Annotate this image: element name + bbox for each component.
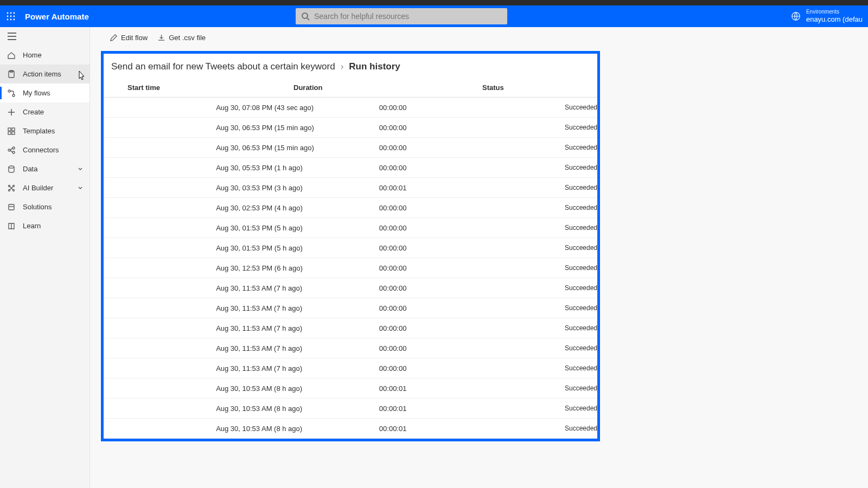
cell-status: Succeeded (560, 244, 597, 252)
table-row[interactable]: Aug 30, 06:53 PM (15 min ago)00:00:00Suc… (104, 118, 597, 138)
table-row[interactable]: Aug 30, 01:53 PM (5 h ago)00:00:00Succee… (104, 218, 597, 238)
cell-start-time: Aug 30, 06:53 PM (15 min ago) (192, 124, 379, 132)
cell-duration: 00:00:01 (379, 425, 560, 433)
svg-rect-37 (9, 204, 14, 210)
svg-rect-23 (8, 132, 11, 134)
chevron-down-icon (78, 166, 83, 172)
svg-line-29 (10, 150, 12, 152)
svg-point-18 (12, 94, 15, 97)
svg-point-6 (7, 19, 9, 21)
get-csv-button[interactable]: Get .csv file (157, 34, 206, 42)
svg-point-7 (10, 19, 12, 21)
sidebar-item-label: Data (23, 165, 37, 173)
cell-duration: 00:00:00 (379, 144, 560, 152)
download-icon (157, 34, 165, 42)
table-row[interactable]: Aug 30, 10:53 AM (8 h ago)00:00:01Succee… (104, 378, 597, 399)
table-row[interactable]: Aug 30, 11:53 AM (7 h ago)00:00:00Succee… (104, 298, 597, 318)
svg-line-10 (307, 18, 309, 20)
cell-start-time: Aug 30, 02:53 PM (4 h ago) (192, 204, 379, 212)
cell-duration: 00:00:00 (379, 324, 560, 332)
edit-flow-label: Edit flow (121, 34, 148, 42)
search-icon (301, 12, 310, 21)
breadcrumb-flow-name[interactable]: Send an email for new Tweets about a cer… (111, 61, 335, 72)
sidebar-item-label: Create (23, 108, 44, 116)
cursor-icon (78, 70, 86, 81)
search-input[interactable] (314, 12, 502, 21)
table-row[interactable]: Aug 30, 11:53 AM (7 h ago)00:00:00Succee… (104, 278, 597, 298)
svg-point-1 (10, 12, 12, 14)
sidebar-item-action-items[interactable]: Action items (0, 65, 90, 84)
cell-duration: 00:00:00 (379, 264, 560, 272)
cell-status: Succeeded (560, 104, 597, 111)
cell-duration: 00:00:00 (379, 104, 560, 112)
col-header-start[interactable]: Start time (104, 84, 293, 92)
sidebar-item-label: AI Builder (23, 184, 53, 192)
table-row[interactable]: Aug 30, 10:53 AM (8 h ago)00:00:01Succee… (104, 399, 597, 419)
cell-start-time: Aug 30, 11:53 AM (7 h ago) (192, 324, 379, 332)
environment-icon (791, 11, 801, 21)
cell-status: Succeeded (560, 425, 597, 432)
sidebar-item-data[interactable]: Data (0, 159, 90, 178)
sidebar-item-connectors[interactable]: Connectors (0, 140, 90, 159)
svg-point-5 (14, 16, 15, 17)
sidebar-item-create[interactable]: Create (0, 102, 90, 121)
table-row[interactable]: Aug 30, 02:53 PM (4 h ago)00:00:00Succee… (104, 198, 597, 218)
edit-flow-button[interactable]: Edit flow (110, 34, 148, 42)
environment-value: enayu.com (defau (806, 15, 863, 24)
sidebar-item-label: Home (23, 51, 42, 59)
sidebar-item-my-flows[interactable]: My flows (0, 84, 90, 102)
col-header-status[interactable]: Status (478, 84, 597, 92)
chevron-right-icon: › (341, 61, 344, 72)
sidebar-item-home[interactable]: Home (0, 46, 90, 65)
browser-chrome (0, 0, 868, 5)
table-row[interactable]: Aug 30, 03:53 PM (3 h ago)00:00:01Succee… (104, 178, 597, 198)
cell-status: Succeeded (560, 284, 597, 292)
table-row[interactable]: Aug 30, 10:53 AM (8 h ago)00:00:01Succee… (104, 419, 597, 439)
cell-start-time: Aug 30, 12:53 PM (6 h ago) (192, 264, 379, 272)
environment-label: Environments (806, 9, 863, 15)
run-history-table: Start time Duration Status Aug 30, 07:08… (104, 78, 597, 439)
cell-duration: 00:00:00 (379, 304, 560, 312)
table-row[interactable]: Aug 30, 11:53 AM (7 h ago)00:00:00Succee… (104, 358, 597, 378)
cell-duration: 00:00:01 (379, 404, 560, 413)
cell-duration: 00:00:00 (379, 124, 560, 132)
cell-start-time: Aug 30, 11:53 AM (7 h ago) (192, 284, 379, 292)
sidebar-item-label: Solutions (23, 203, 52, 211)
plus-icon (7, 107, 16, 117)
cell-status: Succeeded (560, 164, 597, 171)
sidebar-item-learn[interactable]: Learn (0, 216, 90, 235)
table-row[interactable]: Aug 30, 11:53 AM (7 h ago)00:00:00Succee… (104, 318, 597, 338)
table-row[interactable]: Aug 30, 07:08 PM (43 sec ago)00:00:00Suc… (104, 98, 597, 118)
cell-start-time: Aug 30, 10:53 AM (8 h ago) (192, 425, 379, 433)
cell-duration: 00:00:00 (379, 164, 560, 172)
sidebar-item-label: Learn (23, 222, 41, 230)
cell-status: Succeeded (560, 344, 597, 352)
sidebar-item-ai-builder[interactable]: AI Builder (0, 178, 90, 197)
chevron-down-icon (78, 185, 83, 191)
app-launcher-button[interactable] (0, 12, 22, 21)
cell-duration: 00:00:00 (379, 344, 560, 352)
svg-point-17 (8, 90, 10, 92)
cell-duration: 00:00:00 (379, 284, 560, 292)
book-icon (7, 221, 16, 231)
cell-start-time: Aug 30, 06:53 PM (15 min ago) (192, 144, 379, 152)
table-row[interactable]: Aug 30, 01:53 PM (5 h ago)00:00:00Succee… (104, 238, 597, 258)
cell-start-time: Aug 30, 11:53 AM (7 h ago) (192, 304, 379, 312)
sidebar-item-solutions[interactable]: Solutions (0, 197, 90, 216)
pencil-icon (110, 34, 118, 42)
svg-point-0 (7, 12, 9, 14)
svg-point-30 (9, 166, 14, 168)
sidebar-toggle-button[interactable] (0, 27, 90, 46)
environment-picker[interactable]: Environments enayu.com (defau (791, 9, 868, 24)
search-box[interactable] (296, 8, 507, 24)
table-row[interactable]: Aug 30, 11:53 AM (7 h ago)00:00:00Succee… (104, 338, 597, 358)
table-row[interactable]: Aug 30, 05:53 PM (1 h ago)00:00:00Succee… (104, 158, 597, 178)
solutions-icon (7, 202, 16, 212)
sidebar-item-templates[interactable]: Templates (0, 121, 90, 140)
svg-line-28 (10, 148, 12, 150)
sidebar: HomeAction itemsMy flowsCreateTemplatesC… (0, 27, 90, 488)
table-row[interactable]: Aug 30, 12:53 PM (6 h ago)00:00:00Succee… (104, 258, 597, 278)
brand-title[interactable]: Power Automate (25, 12, 89, 21)
col-header-duration[interactable]: Duration (293, 84, 478, 92)
table-row[interactable]: Aug 30, 06:53 PM (15 min ago)00:00:00Suc… (104, 138, 597, 158)
